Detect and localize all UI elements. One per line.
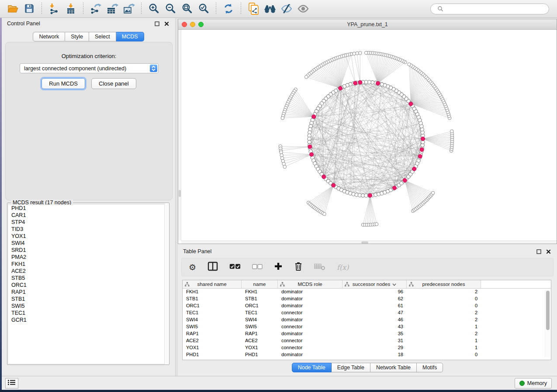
tab-node-table[interactable]: Node Table bbox=[292, 363, 332, 372]
mcds-result-item[interactable]: ORC1 bbox=[8, 282, 168, 289]
tab-mcds[interactable]: MCDS bbox=[116, 32, 144, 41]
tab-edge-table[interactable]: Edge Table bbox=[332, 363, 370, 372]
table-cell: 43 bbox=[343, 323, 407, 330]
mcds-result-item[interactable]: SRD1 bbox=[8, 247, 168, 254]
table-row[interactable]: YOX1YOX1connector291 bbox=[183, 344, 551, 351]
application-window: Control Panel NetworkStyleSelectMCDS Opt… bbox=[0, 0, 557, 390]
tab-network-table[interactable]: Network Table bbox=[370, 363, 417, 372]
save-session-icon[interactable] bbox=[23, 2, 36, 15]
export-table-icon[interactable] bbox=[106, 2, 119, 15]
mcds-result-item[interactable]: CAR1 bbox=[8, 212, 168, 219]
refresh-icon[interactable] bbox=[222, 2, 235, 15]
table-cell: 61 bbox=[343, 303, 407, 309]
mcds-result-item[interactable]: ACE2 bbox=[8, 268, 168, 275]
mcds-result-item[interactable]: GCR1 bbox=[8, 316, 168, 323]
close-panel-button[interactable]: Close panel bbox=[91, 78, 136, 89]
sort-chevron-icon[interactable] bbox=[392, 282, 396, 287]
table-settings-icon[interactable]: ⚙ bbox=[189, 263, 196, 272]
search-input[interactable] bbox=[444, 6, 545, 12]
mcds-result-list[interactable]: PHD1CAR1STP4TID3YOX1SWI4SRD1PMA2FKH1ACE2… bbox=[8, 205, 168, 364]
table-cell: 0 bbox=[407, 351, 481, 358]
table-cell: 2 bbox=[407, 309, 481, 316]
mcds-result-item[interactable]: YOX1 bbox=[8, 233, 168, 240]
table-row[interactable]: SWI4SWI4dominator462 bbox=[183, 316, 551, 323]
memory-button[interactable]: Memory bbox=[515, 378, 552, 389]
run-mcds-button[interactable]: Run MCDS bbox=[42, 78, 85, 89]
column-header-shared-name[interactable]: shared name bbox=[183, 280, 242, 288]
delete-column-icon[interactable] bbox=[294, 261, 303, 273]
mcds-result-item[interactable]: RAP1 bbox=[8, 289, 168, 296]
close-panel-icon[interactable] bbox=[163, 20, 170, 27]
export-image-icon[interactable] bbox=[122, 2, 135, 15]
deselect-all-rows-icon[interactable] bbox=[252, 263, 263, 271]
float-window-icon[interactable] bbox=[535, 248, 542, 255]
tab-network[interactable]: Network bbox=[33, 32, 65, 41]
control-panel-tabs: NetworkStyleSelectMCDS bbox=[2, 32, 175, 41]
network-canvas[interactable] bbox=[178, 30, 557, 244]
network-horizontal-scrollbar[interactable] bbox=[181, 241, 557, 244]
network-vertical-scrollbar[interactable] bbox=[178, 30, 181, 241]
mcds-result-item[interactable]: STP4 bbox=[8, 219, 168, 226]
mcds-list-scrollbar[interactable] bbox=[164, 203, 169, 364]
table-cell: YOX1 bbox=[183, 344, 242, 351]
open-file-icon[interactable] bbox=[6, 2, 19, 15]
zoom-selected-icon[interactable] bbox=[197, 2, 210, 15]
table-cell: YOX1 bbox=[242, 344, 278, 351]
table-row[interactable]: STB1STB1dominator620 bbox=[183, 296, 551, 303]
mcds-result-item[interactable]: TEC1 bbox=[8, 309, 168, 316]
zoom-out-icon[interactable] bbox=[164, 2, 177, 15]
mcds-result-item[interactable]: FKH1 bbox=[8, 261, 168, 268]
mcds-result-item[interactable]: SWI5 bbox=[8, 303, 168, 309]
search-box[interactable] bbox=[430, 3, 549, 14]
table-row[interactable]: ACE2ACE2connector311 bbox=[183, 337, 551, 344]
task-history-button[interactable] bbox=[5, 378, 18, 389]
table-row[interactable]: SWI5SWI5connector431 bbox=[183, 323, 551, 330]
table-cell: dominator bbox=[278, 296, 343, 303]
table-cell: 47 bbox=[343, 309, 407, 316]
table-cell: 2 bbox=[407, 330, 481, 337]
import-table-icon[interactable] bbox=[64, 2, 77, 15]
mcds-result-item[interactable]: PMA2 bbox=[8, 254, 168, 261]
mcds-result-item[interactable]: TID3 bbox=[8, 226, 168, 233]
criterion-select[interactable]: largest connected component (undirected) bbox=[20, 63, 159, 73]
clone-network-icon[interactable] bbox=[247, 2, 260, 15]
mcds-result-item[interactable]: SWI4 bbox=[8, 240, 168, 247]
network-graph[interactable] bbox=[178, 30, 557, 244]
import-network-icon[interactable] bbox=[48, 2, 61, 15]
close-panel-icon[interactable] bbox=[545, 248, 552, 255]
table-cell: 1 bbox=[407, 344, 481, 351]
table-panel: Table Panel ⚙ f(x) shared namenameMCDS r… bbox=[178, 246, 557, 376]
mcds-options-box: Optimization criterion: largest connecte… bbox=[5, 42, 173, 200]
zoom-fit-icon[interactable] bbox=[180, 2, 194, 15]
table-row[interactable]: RAP1RAP1dominator352 bbox=[183, 330, 551, 337]
table-row[interactable]: TEC1TEC1connector472 bbox=[183, 309, 551, 316]
tab-style[interactable]: Style bbox=[65, 32, 89, 41]
column-header-MCDS-role[interactable]: MCDS role bbox=[278, 280, 343, 288]
find-icon[interactable] bbox=[263, 2, 277, 15]
table-cell: 2 bbox=[407, 316, 481, 323]
table-cell: 96 bbox=[343, 289, 407, 296]
table-scrollbar[interactable] bbox=[545, 290, 550, 357]
tab-motifs[interactable]: Motifs bbox=[417, 363, 443, 372]
table-cell: SWI4 bbox=[183, 316, 242, 323]
column-header-name[interactable]: name bbox=[242, 280, 278, 288]
mcds-result-item[interactable]: PHD1 bbox=[8, 205, 168, 212]
add-column-icon[interactable] bbox=[274, 262, 283, 272]
network-window-titlebar[interactable]: YPA_prune.txt_1 bbox=[178, 19, 557, 30]
mcds-result-item[interactable]: STB5 bbox=[8, 275, 168, 282]
column-header-predecessor-nodes[interactable]: predecessor nodes bbox=[407, 280, 481, 288]
export-network-icon[interactable] bbox=[89, 2, 102, 15]
table-row[interactable]: ORC1ORC1dominator610 bbox=[183, 303, 551, 309]
show-columns-icon[interactable] bbox=[208, 261, 218, 273]
tab-select[interactable]: Select bbox=[89, 32, 116, 41]
table-cell: connector bbox=[278, 309, 343, 316]
float-window-icon[interactable] bbox=[153, 20, 160, 27]
column-header-successor-nodes[interactable]: successor nodes bbox=[343, 280, 407, 288]
table-row[interactable]: FKH1FKH1dominator962 bbox=[183, 289, 551, 296]
zoom-in-icon[interactable] bbox=[147, 2, 160, 15]
mcds-result-item[interactable]: STB1 bbox=[8, 296, 168, 303]
select-all-rows-icon[interactable] bbox=[229, 263, 241, 271]
table-row[interactable]: PHD1PHD1dominator180 bbox=[183, 351, 551, 358]
hide-selected-icon[interactable] bbox=[280, 2, 293, 15]
select-stepper-icon[interactable] bbox=[150, 65, 157, 72]
